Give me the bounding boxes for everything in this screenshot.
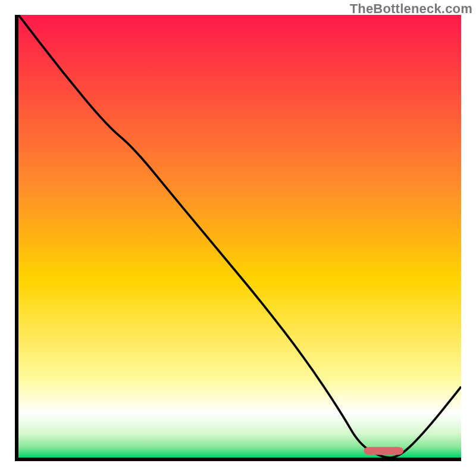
plot-frame [15, 15, 461, 461]
chart-container: TheBottleneck.com [0, 0, 476, 476]
chart-svg [18, 15, 461, 458]
optimal-marker [364, 447, 403, 455]
gradient-background [18, 15, 461, 458]
plot-area [18, 15, 461, 458]
